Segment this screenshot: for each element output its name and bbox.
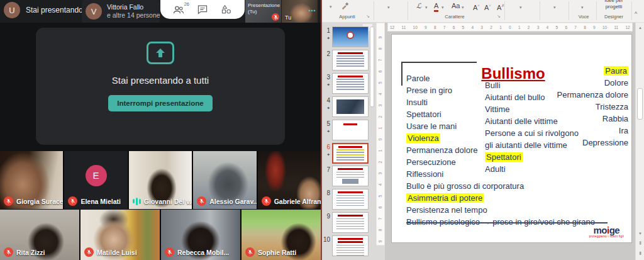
scrollbar-thumb[interactable] bbox=[637, 88, 643, 120]
ruler-mark: 11 bbox=[402, 25, 406, 30]
activities-button[interactable] bbox=[218, 3, 235, 16]
dialog-launcher-icon[interactable]: ↘ bbox=[497, 14, 501, 19]
mic-off-icon bbox=[84, 247, 94, 257]
slide-text-line: Paura bbox=[604, 66, 628, 76]
participant-badge: Elena Mielati bbox=[68, 196, 121, 206]
participant-tile-sophie[interactable]: Sophie Ratti bbox=[242, 210, 321, 260]
thumb-art bbox=[336, 245, 365, 246]
animation-star-icon: ✦ bbox=[326, 36, 330, 41]
participant-tile-rebecca[interactable]: Rebecca Mobil... bbox=[161, 210, 240, 260]
format-painter-icon[interactable] bbox=[341, 1, 350, 10]
self-tile-label: Tu bbox=[285, 14, 291, 21]
text-effects-dropdown-icon[interactable]: ▾ bbox=[425, 5, 428, 10]
group-label-font: Carattere bbox=[433, 14, 477, 20]
slide-thumbnail-3[interactable] bbox=[332, 73, 369, 94]
paragraph-dropdown-icon[interactable]: ▾ bbox=[519, 5, 522, 10]
participant-tile-giorgia[interactable]: Giorgia Surace bbox=[0, 151, 63, 209]
slide-thumbnail-4[interactable] bbox=[332, 96, 369, 117]
paste-dropdown-icon[interactable]: ▾ bbox=[330, 4, 332, 9]
chat-button[interactable] bbox=[194, 3, 211, 16]
dictate-dropdown-icon[interactable]: ▾ bbox=[581, 5, 584, 10]
avatar-participant: V bbox=[86, 3, 102, 20]
ruler-mark: 12 bbox=[390, 25, 394, 30]
participant-tile-rita[interactable]: Rita Zizzi bbox=[0, 210, 79, 260]
participant-tile-alessio[interactable]: Alessio Garav... bbox=[193, 151, 256, 209]
participant-tile-gabriele[interactable]: Gabriele Alfran... bbox=[258, 151, 321, 209]
slide-thumbnail-1[interactable] bbox=[332, 26, 369, 47]
thumb-art bbox=[338, 241, 362, 243]
slide-number: 10 bbox=[323, 236, 330, 243]
thumb-art bbox=[336, 154, 364, 155]
change-case-icon[interactable]: Aa bbox=[452, 2, 460, 10]
drawing-dropdown-icon[interactable]: ▾ bbox=[553, 5, 556, 10]
slide-thumbnail-6[interactable] bbox=[332, 143, 369, 164]
animation-star-icon: ✦ bbox=[326, 82, 330, 88]
scroll-down-button[interactable]: ▼ bbox=[636, 229, 644, 237]
avatar-you: U bbox=[4, 2, 20, 18]
slide-thumbnail-2[interactable] bbox=[332, 50, 369, 71]
slide-text-line: Adulti bbox=[485, 164, 506, 174]
ruler-mark: 4 bbox=[471, 25, 474, 30]
participant-tile-giovanni[interactable]: Giovanni Del v... bbox=[129, 151, 192, 209]
next-slide-button[interactable]: ⇟ bbox=[636, 249, 644, 257]
thumb-art bbox=[336, 218, 365, 220]
mic-off-icon bbox=[262, 196, 271, 206]
shrink-font-icon[interactable]: A˅ bbox=[484, 2, 491, 12]
slide-thumbnail-9[interactable] bbox=[332, 212, 369, 233]
slide-column-right: PauraDolorePermanenza doloreTristezzaRab… bbox=[557, 65, 628, 149]
font-color-dropdown-icon[interactable]: ▾ bbox=[441, 5, 444, 10]
presentation-tile[interactable]: Presentazione (Tu) bbox=[245, 0, 281, 23]
group-label-clipboard: Appunti bbox=[330, 14, 365, 20]
layout-dropdown-icon[interactable]: ▾ bbox=[387, 5, 390, 10]
slide-number: 5 bbox=[326, 120, 330, 127]
clear-formatting-icon[interactable]: A✗ bbox=[497, 2, 504, 12]
google-meet-window: U Stai presentando V Vittoria Fallo e al… bbox=[0, 0, 321, 260]
ppt-ribbon: ▾ Appunti ↘ ▾ ℒ ▾ A ▾ Aa ▾ A˄ A˅ A✗ Cara… bbox=[322, 0, 644, 23]
ruler-mark: 1 bbox=[518, 25, 521, 30]
mic-off-icon bbox=[272, 13, 279, 21]
participant-tile-elena[interactable]: EElena Mielati bbox=[64, 151, 127, 209]
slide-scrollbar: ▲ ▼ ⇞ ⇟ bbox=[635, 23, 644, 260]
scroll-up-button[interactable]: ▲ bbox=[636, 23, 644, 31]
slide-thumbnail-row: 6✦ bbox=[322, 143, 382, 164]
grow-font-icon[interactable]: A˄ bbox=[473, 2, 480, 12]
slide-text-line: Insulti bbox=[406, 98, 428, 107]
more-options-icon[interactable]: ⋯ bbox=[308, 6, 316, 15]
slide-canvas[interactable]: Bullismo ParolePrese in giroInsultiSpett… bbox=[391, 34, 632, 243]
thumb-art bbox=[336, 223, 365, 225]
speaking-indicator-icon bbox=[133, 196, 141, 206]
ruler-mark: 8 bbox=[434, 25, 436, 30]
design-ideas-line2: progetti bbox=[597, 4, 630, 10]
ruler-mark: 0 bbox=[509, 25, 511, 30]
text-effects-icon[interactable]: ℒ bbox=[416, 2, 421, 10]
stop-presenting-button[interactable]: Interrompi presentazione bbox=[108, 95, 212, 111]
previous-slide-button[interactable]: ⇞ bbox=[636, 239, 644, 247]
slide-thumbnail-5[interactable] bbox=[332, 120, 369, 140]
slide-text-line: Spettatori bbox=[485, 152, 523, 162]
participant-badge: Giorgia Surace bbox=[4, 196, 63, 206]
participants-chip[interactable]: V Vittoria Fallo e altre 14 persone bbox=[82, 0, 160, 23]
participant-tile-matilde[interactable]: Matilde Luisi bbox=[80, 210, 160, 260]
participant-badge: Sophie Ratti bbox=[245, 247, 296, 257]
self-video-tile[interactable]: Tu ⋯ bbox=[282, 0, 318, 23]
activities-shapes-icon bbox=[221, 4, 232, 14]
dialog-launcher-icon[interactable]: ↘ bbox=[366, 14, 370, 19]
slide-number: 4 bbox=[326, 97, 330, 104]
ruler-mark: 2 bbox=[528, 25, 530, 30]
people-icon bbox=[172, 5, 185, 14]
font-color-icon[interactable]: A bbox=[434, 2, 438, 12]
slide-thumbnail-7[interactable] bbox=[332, 166, 369, 186]
change-case-dropdown-icon[interactable]: ▾ bbox=[462, 5, 464, 10]
animation-star-icon: ✦ bbox=[326, 152, 330, 157]
slide-thumbnail-8[interactable] bbox=[332, 189, 369, 210]
slide-thumbnail-row: 5✦ bbox=[322, 120, 382, 140]
thumb-art bbox=[336, 195, 365, 196]
slide-text-line: Tristezza bbox=[596, 102, 628, 111]
moige-logo: moige proteggiamo i nostri figli bbox=[589, 225, 624, 239]
collapse-ribbon-icon[interactable]: ^ bbox=[635, 11, 637, 17]
design-ideas-button[interactable]: Idee per progetti bbox=[597, 0, 630, 9]
people-button[interactable]: 26 bbox=[170, 3, 187, 16]
presenting-message: Stai presentando a tutti bbox=[112, 75, 209, 86]
slide-thumbnail-10[interactable] bbox=[332, 235, 369, 256]
ruler-mark: 8 bbox=[584, 25, 586, 30]
